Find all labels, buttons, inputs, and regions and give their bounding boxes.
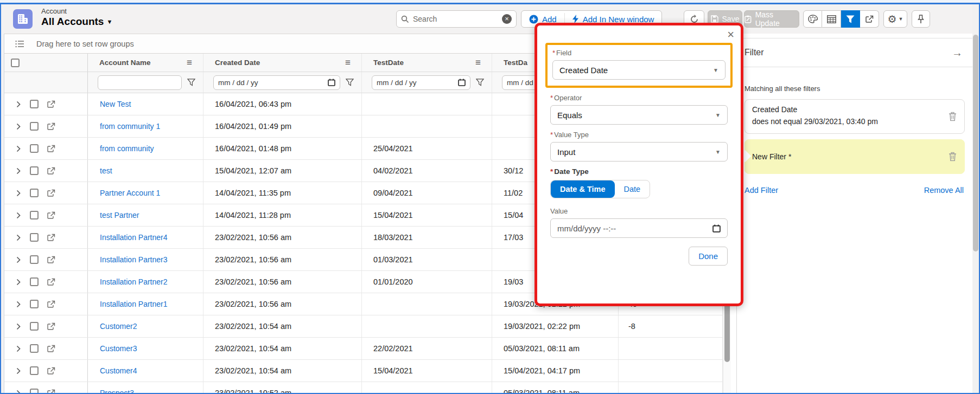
clear-search-icon[interactable]: × [502, 14, 512, 24]
open-record-icon[interactable] [47, 167, 55, 175]
expand-row-chevron-icon[interactable] [16, 279, 21, 286]
row-checkbox[interactable] [30, 233, 39, 242]
open-record-icon[interactable] [47, 256, 55, 264]
collapse-panel-icon[interactable]: → [952, 47, 963, 59]
row-checkbox[interactable] [30, 344, 39, 353]
delete-filter-icon[interactable] [949, 152, 957, 162]
row-checkbox[interactable] [30, 277, 39, 286]
account-name-link[interactable]: test [88, 166, 112, 175]
open-record-icon[interactable] [47, 145, 55, 153]
close-icon[interactable]: × [727, 28, 734, 42]
filter-panel-button[interactable] [841, 10, 860, 28]
date-time-option[interactable]: Date & Time [551, 180, 615, 198]
account-name-link[interactable]: from community [88, 144, 154, 153]
select-all-checkbox[interactable] [11, 59, 20, 67]
value-type-select[interactable]: Input ▼ [550, 142, 728, 162]
open-record-icon[interactable] [47, 278, 55, 286]
testdate-filter-input[interactable]: mm / dd / yy [372, 75, 470, 90]
account-name-link[interactable]: Installation Partner1 [88, 300, 168, 308]
app-window: Account All Accounts▼ × Add [0, 3, 980, 394]
browser-scrollbar[interactable] [972, 4, 979, 393]
expand-row-chevron-icon[interactable] [16, 145, 21, 152]
expand-row-chevron-icon[interactable] [16, 256, 21, 263]
open-record-icon[interactable] [47, 211, 55, 219]
list-view-selector[interactable]: All Accounts▼ [41, 16, 112, 28]
open-record-icon[interactable] [47, 345, 55, 353]
open-record-icon[interactable] [47, 322, 55, 331]
expand-row-chevron-icon[interactable] [16, 367, 21, 374]
expand-row-chevron-icon[interactable] [16, 234, 21, 241]
open-record-icon[interactable] [47, 122, 55, 131]
pin-button[interactable] [912, 10, 930, 28]
done-button[interactable]: Done [689, 247, 728, 266]
column-menu-icon[interactable]: ≡ [345, 57, 351, 68]
funnel-icon[interactable] [476, 79, 484, 86]
field-select[interactable]: Created Date ▼ [552, 60, 726, 80]
open-record-icon[interactable] [47, 100, 55, 108]
filter-card-created-date[interactable]: Created Date does not equal 29/03/2021, … [744, 99, 965, 134]
account-name-link[interactable]: Partner Account 1 [88, 189, 160, 197]
column-header-created-date[interactable]: Created Date ≡ [203, 54, 362, 72]
account-name-link[interactable]: Prospect3 [88, 389, 134, 393]
open-record-icon[interactable] [47, 234, 55, 242]
account-name-link[interactable]: Installation Partner2 [88, 277, 168, 286]
row-checkbox[interactable] [30, 144, 39, 153]
row-checkbox[interactable] [30, 100, 39, 108]
theme-palette-button[interactable] [803, 10, 822, 28]
expand-row-chevron-icon[interactable] [16, 212, 21, 219]
created-date-filter-input[interactable]: mm / dd / yy [213, 75, 340, 90]
column-menu-icon[interactable]: ≡ [187, 57, 192, 68]
calendar-icon[interactable] [328, 79, 335, 86]
account-name-link[interactable]: from community 1 [88, 122, 160, 131]
account-name-link[interactable]: Customer2 [88, 322, 137, 331]
row-checkbox[interactable] [30, 166, 39, 175]
row-checkbox[interactable] [30, 211, 39, 219]
row-checkbox[interactable] [30, 322, 39, 331]
expand-row-chevron-icon[interactable] [16, 301, 21, 308]
row-checkbox[interactable] [30, 122, 39, 131]
table-view-button[interactable] [822, 10, 841, 28]
open-in-new-button[interactable] [860, 10, 879, 28]
expand-row-chevron-icon[interactable] [16, 101, 21, 108]
open-record-icon[interactable] [47, 189, 55, 197]
row-checkbox[interactable] [30, 389, 39, 393]
calendar-icon[interactable] [458, 79, 466, 86]
open-record-icon[interactable] [47, 367, 55, 375]
calendar-icon[interactable] [712, 224, 721, 232]
expand-row-chevron-icon[interactable] [16, 345, 21, 352]
account-name-link[interactable]: Installation Partner3 [88, 255, 168, 264]
account-name-link[interactable]: New Test [88, 100, 131, 108]
column-menu-icon[interactable]: ≡ [475, 57, 481, 68]
scrollbar-thumb[interactable] [973, 35, 978, 251]
operator-select[interactable]: Equals ▼ [550, 105, 728, 125]
expand-row-chevron-icon[interactable] [16, 190, 21, 197]
row-checkbox[interactable] [30, 366, 39, 375]
row-checkbox[interactable] [30, 189, 39, 197]
row-checkbox[interactable] [30, 255, 39, 264]
column-header-account-name[interactable]: Account Name ≡ [88, 54, 203, 72]
account-name-link[interactable]: Customer4 [88, 366, 137, 375]
open-record-icon[interactable] [47, 389, 55, 393]
delete-filter-icon[interactable] [949, 112, 957, 121]
add-filter-link[interactable]: Add Filter [744, 186, 778, 195]
account-name-link[interactable]: Customer3 [88, 344, 137, 353]
open-record-icon[interactable] [47, 300, 55, 308]
funnel-icon[interactable] [187, 79, 195, 86]
remove-all-link[interactable]: Remove All [924, 186, 964, 195]
expand-row-chevron-icon[interactable] [16, 323, 21, 330]
search-input[interactable] [413, 15, 502, 23]
funnel-icon[interactable] [346, 79, 354, 86]
account-name-link[interactable]: test Partner [88, 211, 139, 219]
expand-row-chevron-icon[interactable] [16, 390, 21, 393]
column-header-testdate[interactable]: TestDate ≡ [362, 54, 492, 72]
value-datetime-input[interactable]: mm/dd/yyyy --:-- [550, 218, 728, 238]
settings-button[interactable]: ⚙ ▼ [883, 10, 907, 28]
account-name-link[interactable]: Installation Partner4 [88, 233, 168, 242]
account-name-filter-input[interactable] [98, 75, 182, 90]
filter-card-new-filter[interactable]: New Filter * [744, 139, 965, 174]
row-checkbox[interactable] [30, 300, 39, 308]
date-option[interactable]: Date [615, 180, 650, 198]
expand-row-chevron-icon[interactable] [16, 167, 21, 175]
expand-row-chevron-icon[interactable] [16, 123, 21, 130]
search-box[interactable]: × [396, 10, 517, 28]
